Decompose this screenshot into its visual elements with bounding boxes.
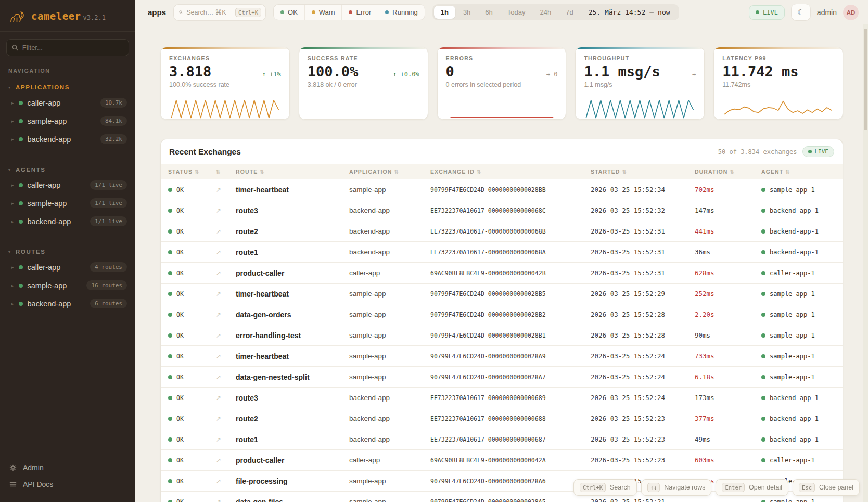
- sidebar-item-backend-app[interactable]: ▸backend-app1/1 live: [0, 212, 135, 230]
- open-detail-icon[interactable]: ↗: [216, 311, 236, 318]
- sidebar-item-backend-app[interactable]: ▸backend-app32.2k: [0, 130, 135, 148]
- filter-error[interactable]: Error: [341, 5, 378, 20]
- sidebar-item-caller-app[interactable]: ▸caller-app4 routes: [0, 258, 135, 276]
- footer-item-api-docs[interactable]: API Docs: [8, 476, 127, 493]
- table-row[interactable]: OK↗timer-heartbeatsample-app90799F47E6CD…: [161, 284, 843, 304]
- time-range-7d[interactable]: 7d: [559, 6, 580, 19]
- scrollbar-thumb[interactable]: [864, 29, 867, 130]
- time-range-1h[interactable]: 1h: [434, 6, 455, 19]
- open-detail-icon[interactable]: ↗: [216, 207, 236, 214]
- filter-ok[interactable]: OK: [274, 5, 304, 20]
- table-row[interactable]: OK↗timer-heartbeatsample-app90799F47E6CD…: [161, 346, 843, 367]
- kpi-label: ERRORS: [446, 55, 558, 61]
- open-detail-icon[interactable]: ↗: [216, 374, 236, 381]
- kpi-subtitle: 0 errors in selected period: [446, 81, 558, 88]
- footer-item-admin[interactable]: Admin: [8, 459, 127, 476]
- table-row[interactable]: OK↗error-handling-testsample-app90799F47…: [161, 325, 843, 346]
- sidebar-item-caller-app[interactable]: ▸caller-app10.7k: [0, 94, 135, 112]
- sidebar-item-backend-app[interactable]: ▸backend-app6 routes: [0, 294, 135, 313]
- open-detail-icon[interactable]: ↗: [216, 332, 236, 339]
- agent-label: sample-app-1: [770, 374, 815, 381]
- panel-title: Recent Exchanges: [169, 147, 241, 157]
- status-cell: OK: [168, 332, 216, 339]
- hint-kbd: Ctrl+K: [580, 483, 606, 492]
- table-row[interactable]: OK↗product-callercaller-app69AC90BF8EBC4…: [161, 450, 843, 471]
- agent-cell: backend-app-1: [761, 394, 835, 402]
- table-row[interactable]: OK↗route2backend-appEE7322370A10617-0000…: [161, 221, 843, 242]
- table-row[interactable]: OK↗route1backend-appEE7322370A10617-0000…: [161, 429, 843, 450]
- application-cell: backend-app: [349, 435, 430, 443]
- route-cell: error-handling-test: [236, 331, 349, 340]
- filter-warn[interactable]: Warn: [304, 5, 342, 20]
- route-cell: route3: [236, 207, 349, 215]
- live-dot-icon: [756, 10, 759, 14]
- sidebar-item-badge: 1/1 live: [90, 216, 127, 226]
- exchange-id-cell: 69AC90BF8EBC4F9-000000000000042B: [430, 269, 591, 277]
- open-detail-icon[interactable]: ↗: [216, 457, 236, 464]
- column-header-route[interactable]: ROUTE⇅: [236, 169, 349, 175]
- open-detail-icon[interactable]: ↗: [216, 269, 236, 277]
- section-header-applications[interactable]: ▾APPLICATIONS: [0, 81, 135, 94]
- column-header-started[interactable]: STARTED⇅: [591, 169, 695, 175]
- section-header-routes[interactable]: ▾ROUTES: [0, 246, 135, 258]
- open-detail-icon[interactable]: ↗: [216, 353, 236, 360]
- time-range-6h[interactable]: 6h: [478, 6, 499, 19]
- agent-status-dot-icon: [761, 437, 765, 442]
- kpi-label: LATENCY P99: [722, 55, 834, 61]
- table-row[interactable]: OK↗route3backend-appEE7322370A10617-0000…: [161, 200, 843, 221]
- open-detail-icon[interactable]: ↗: [216, 498, 236, 502]
- open-detail-icon[interactable]: ↗: [216, 478, 236, 485]
- section-label: AGENTS: [16, 166, 46, 173]
- avatar[interactable]: AD: [843, 5, 859, 20]
- status-cell: OK: [168, 478, 216, 485]
- open-detail-icon[interactable]: ↗: [216, 436, 236, 443]
- column-header-exchange-id[interactable]: EXCHANGE ID⇅: [430, 169, 591, 175]
- nav-section-agents: ▾AGENTS▸caller-app1/1 live▸sample-app1/1…: [0, 158, 135, 237]
- recent-exchanges-panel: Recent Exchanges 50 of 3.834 exchanges L…: [160, 139, 843, 502]
- column-header-agent[interactable]: AGENT⇅: [761, 169, 835, 175]
- sidebar-item-badge: 4 routes: [90, 262, 127, 272]
- open-detail-icon[interactable]: ↗: [216, 186, 236, 194]
- table-row[interactable]: OK↗product-callercaller-app69AC90BF8EBC4…: [161, 263, 843, 284]
- chevron-down-icon: ▾: [8, 85, 10, 90]
- section-header-agents[interactable]: ▾AGENTS: [0, 163, 135, 176]
- column-header-status[interactable]: STATUS⇅: [168, 169, 216, 175]
- search-kbd-hint: Ctrl+K: [235, 8, 261, 17]
- column-header-open[interactable]: ⇅: [216, 169, 236, 175]
- sidebar-item-label: caller-app: [28, 99, 96, 107]
- sidebar-filter-input[interactable]: [22, 44, 123, 52]
- sidebar-item-sample-app[interactable]: ▸sample-app16 routes: [0, 276, 135, 294]
- table-row[interactable]: OK↗data-gen-nested-splitsample-app90799F…: [161, 367, 843, 388]
- sidebar-item-badge: 6 routes: [90, 299, 127, 308]
- time-range-3h[interactable]: 3h: [456, 6, 477, 19]
- table-row[interactable]: OK↗route3backend-appEE7322370A10617-0000…: [161, 388, 843, 408]
- filter-running[interactable]: Running: [378, 5, 424, 20]
- hint-label: Close panel: [819, 484, 853, 491]
- sidebar-item-sample-app[interactable]: ▸sample-app84.1k: [0, 112, 135, 130]
- started-cell: 2026-03-25 15:52:24: [591, 352, 695, 360]
- table-row[interactable]: OK↗route1backend-appEE7322370A10617-0000…: [161, 242, 843, 263]
- column-header-duration[interactable]: DURATION⇅: [695, 169, 761, 175]
- time-range-today[interactable]: Today: [501, 6, 532, 19]
- ok-status-dot-icon: [168, 209, 172, 213]
- open-detail-icon[interactable]: ↗: [216, 394, 236, 402]
- live-toggle[interactable]: LIVE: [749, 5, 785, 20]
- table-row[interactable]: OK↗timer-heartbeatsample-app90799F47E6CD…: [161, 179, 843, 200]
- time-range-24h[interactable]: 24h: [533, 6, 558, 19]
- open-detail-icon[interactable]: ↗: [216, 415, 236, 422]
- table-row[interactable]: OK↗data-gen-orderssample-app90799F47E6CD…: [161, 304, 843, 325]
- open-detail-icon[interactable]: ↗: [216, 228, 236, 235]
- open-detail-icon[interactable]: ↗: [216, 290, 236, 298]
- sidebar-item-sample-app[interactable]: ▸sample-app1/1 live: [0, 194, 135, 212]
- global-search-input[interactable]: [186, 9, 232, 16]
- column-header-application[interactable]: APPLICATION⇅: [349, 169, 430, 175]
- open-detail-icon[interactable]: ↗: [216, 249, 236, 256]
- application-cell: backend-app: [349, 248, 430, 256]
- global-search[interactable]: Ctrl+K: [173, 4, 266, 21]
- status-label: OK: [176, 353, 184, 360]
- scrollbar[interactable]: [863, 24, 868, 502]
- table-row[interactable]: OK↗route2backend-appEE7322370A10617-0000…: [161, 408, 843, 429]
- theme-toggle-button[interactable]: ☾: [791, 4, 811, 21]
- sidebar-item-caller-app[interactable]: ▸caller-app1/1 live: [0, 176, 135, 194]
- sidebar-filter[interactable]: [6, 39, 129, 56]
